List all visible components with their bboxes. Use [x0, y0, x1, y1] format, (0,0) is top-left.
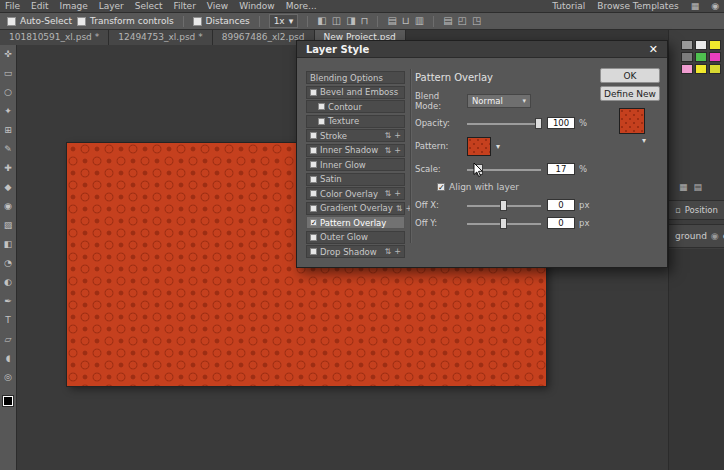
- menu-item-more[interactable]: More...: [286, 1, 317, 11]
- add-instance-icon[interactable]: +: [394, 131, 401, 140]
- menu-item-select[interactable]: Select: [135, 1, 163, 11]
- color-swatch[interactable]: [709, 40, 721, 50]
- style-row-drop-shadow[interactable]: Drop Shadow ⇅+: [306, 245, 405, 258]
- grid-view-icon[interactable]: ▦: [679, 182, 688, 192]
- reorder-icon[interactable]: ⇅: [385, 247, 392, 256]
- add-instance-icon[interactable]: +: [394, 146, 401, 155]
- color-swatch[interactable]: [695, 40, 707, 50]
- style-checkbox[interactable]: [310, 205, 317, 212]
- apps-grid-icon[interactable]: ▦: [691, 1, 700, 11]
- style-checkbox[interactable]: [310, 190, 317, 197]
- reorder-icon[interactable]: ⇅: [385, 131, 392, 140]
- add-instance-icon[interactable]: +: [405, 204, 412, 213]
- style-row-satin[interactable]: Satin: [306, 173, 405, 186]
- style-row-texture[interactable]: Texture: [306, 115, 405, 128]
- tab-document-2[interactable]: 12494753_xl.psd *: [109, 30, 212, 45]
- opacity-input[interactable]: 100: [547, 117, 575, 129]
- offset-y-input[interactable]: 0: [547, 217, 575, 229]
- style-checkbox[interactable]: [310, 176, 317, 183]
- tutorial-link[interactable]: Tutorial: [552, 1, 585, 11]
- align-left-icon[interactable]: ◧: [317, 16, 326, 26]
- style-row-gradient-overlay[interactable]: Gradient Overlay ⇅+: [306, 202, 405, 215]
- style-checkbox[interactable]: [318, 103, 325, 110]
- account-icon[interactable]: ◉: [711, 1, 719, 11]
- chevron-down-icon[interactable]: ▾: [642, 136, 646, 145]
- offset-x-slider[interactable]: [467, 200, 541, 211]
- style-checkbox[interactable]: [310, 234, 317, 241]
- hand-tool[interactable]: ◖: [0, 352, 16, 365]
- align-middle-icon[interactable]: ▤: [387, 16, 396, 26]
- eraser-tool[interactable]: ▨: [0, 219, 16, 232]
- color-swatch[interactable]: [709, 64, 721, 74]
- distances-checkbox[interactable]: [193, 17, 202, 26]
- style-row-inner-shadow[interactable]: Inner Shadow ⇅+: [306, 144, 405, 157]
- foreground-color-chip[interactable]: [3, 396, 13, 406]
- menu-item-file[interactable]: File: [5, 1, 20, 11]
- style-row-blending-options[interactable]: Blending Options: [306, 71, 405, 84]
- style-checkbox[interactable]: [310, 147, 317, 154]
- style-checkbox[interactable]: [310, 132, 317, 139]
- move-tool[interactable]: ✜: [0, 48, 16, 61]
- color-swatch[interactable]: [695, 64, 707, 74]
- style-row-inner-glow[interactable]: Inner Glow: [306, 158, 405, 171]
- transform-controls-checkbox[interactable]: [77, 17, 86, 26]
- style-checkbox[interactable]: [310, 89, 317, 96]
- gradient-tool[interactable]: ◧: [0, 238, 16, 251]
- reorder-icon[interactable]: ⇅: [385, 189, 392, 198]
- scale-input[interactable]: 17: [547, 163, 575, 175]
- tab-document-1[interactable]: 101810591_xl.psd *: [0, 30, 109, 45]
- ungroup-icon[interactable]: ◳: [472, 16, 481, 26]
- style-row-bevel-emboss[interactable]: Bevel and Emboss: [306, 86, 405, 99]
- blend-mode-select[interactable]: Normal ▾: [467, 94, 531, 108]
- menu-item-image[interactable]: Image: [60, 1, 88, 11]
- add-instance-icon[interactable]: +: [394, 189, 401, 198]
- type-tool[interactable]: T: [0, 314, 16, 327]
- align-top-icon[interactable]: ⊓: [361, 16, 369, 26]
- style-checkbox[interactable]: [310, 161, 317, 168]
- color-swatch[interactable]: [695, 52, 707, 62]
- zoom-tool[interactable]: ◎: [0, 371, 16, 384]
- shape-tool[interactable]: ▱: [0, 333, 16, 346]
- crop-tool[interactable]: ⊞: [0, 124, 16, 137]
- group-icon[interactable]: ◰: [458, 16, 467, 26]
- zoom-select[interactable]: 1x ▾: [269, 14, 299, 28]
- define-new-button[interactable]: Define New: [600, 86, 660, 101]
- slider-handle[interactable]: [500, 218, 507, 229]
- align-right-icon[interactable]: ◨: [346, 16, 355, 26]
- menu-item-window[interactable]: Window: [239, 1, 275, 11]
- color-swatch[interactable]: [681, 64, 693, 74]
- reorder-icon[interactable]: ⇅: [396, 204, 403, 213]
- opacity-slider[interactable]: [467, 118, 541, 129]
- list-view-icon[interactable]: ▤: [694, 182, 703, 192]
- magic-wand-tool[interactable]: ✦: [0, 105, 16, 118]
- style-checkbox[interactable]: [310, 248, 317, 255]
- blur-tool[interactable]: ◔: [0, 257, 16, 270]
- color-swatch[interactable]: [681, 52, 693, 62]
- clone-stamp-tool[interactable]: ◉: [0, 200, 16, 213]
- slider-handle[interactable]: [500, 200, 507, 211]
- chevron-down-icon[interactable]: ▾: [496, 142, 500, 151]
- offset-x-input[interactable]: 0: [547, 199, 575, 211]
- menu-item-view[interactable]: View: [207, 1, 228, 11]
- menu-item-layer[interactable]: Layer: [99, 1, 124, 11]
- color-swatch[interactable]: [681, 40, 693, 50]
- style-row-stroke[interactable]: Stroke ⇅+: [306, 129, 405, 142]
- lasso-tool[interactable]: ○: [0, 86, 16, 99]
- menu-item-filter[interactable]: Filter: [174, 1, 196, 11]
- align-bottom-icon[interactable]: ⊔: [402, 16, 410, 26]
- offset-y-slider[interactable]: [467, 218, 541, 229]
- close-icon[interactable]: ✕: [649, 44, 658, 55]
- style-row-outer-glow[interactable]: Outer Glow: [306, 231, 405, 244]
- background-layer-row[interactable]: ground ◉ et: [669, 224, 724, 248]
- style-row-color-overlay[interactable]: Color Overlay ⇅+: [306, 187, 405, 200]
- align-with-layer-checkbox[interactable]: ✓: [437, 183, 445, 191]
- style-checkbox-checked[interactable]: ✓: [310, 219, 317, 226]
- pattern-swatch[interactable]: [467, 137, 491, 156]
- add-instance-icon[interactable]: +: [394, 247, 401, 256]
- marquee-tool[interactable]: ▭: [0, 67, 16, 80]
- distribute-h-icon[interactable]: ▥: [415, 16, 424, 26]
- style-row-pattern-overlay[interactable]: ✓ Pattern Overlay: [306, 216, 405, 229]
- align-center-h-icon[interactable]: ◫: [332, 16, 341, 26]
- dodge-tool[interactable]: ◐: [0, 276, 16, 289]
- position-row[interactable]: ▫ Position: [669, 200, 724, 220]
